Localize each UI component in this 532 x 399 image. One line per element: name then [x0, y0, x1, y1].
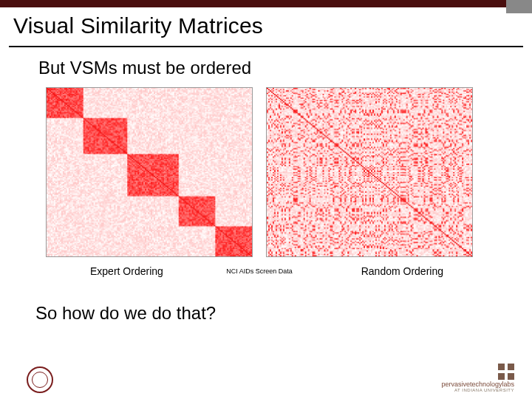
- lab-name: pervasivetechnologylabs: [441, 381, 514, 389]
- labels-row: Expert Ordering NCI AIDs Screen Data Ran…: [46, 265, 473, 278]
- label-dataset: NCI AIDs Screen Data: [226, 267, 293, 275]
- title-area: Visual Similarity Matrices: [0, 7, 532, 41]
- lab-branding: pervasivetechnologylabs AT INDIANA UNIVE…: [441, 364, 514, 393]
- matrix-row: [46, 87, 499, 257]
- body-text-1: But VSMs must be ordered: [38, 58, 499, 78]
- university-seal-icon: [27, 366, 53, 393]
- lab-logo-icon: [498, 364, 514, 380]
- body-text-2: So how do we do that?: [35, 303, 499, 324]
- lab-subtitle: AT INDIANA UNIVERSITY: [441, 388, 514, 393]
- label-expert-ordering: Expert Ordering: [90, 265, 163, 277]
- matrix-expert: [46, 87, 253, 257]
- content-area: But VSMs must be ordered Expert Ordering…: [0, 47, 532, 324]
- footer: pervasivetechnologylabs AT INDIANA UNIVE…: [0, 364, 532, 393]
- label-random-ordering: Random Ordering: [361, 265, 443, 277]
- matrix-random: [266, 87, 473, 257]
- slide-title: Visual Similarity Matrices: [13, 13, 519, 38]
- accent-bar: [0, 0, 532, 7]
